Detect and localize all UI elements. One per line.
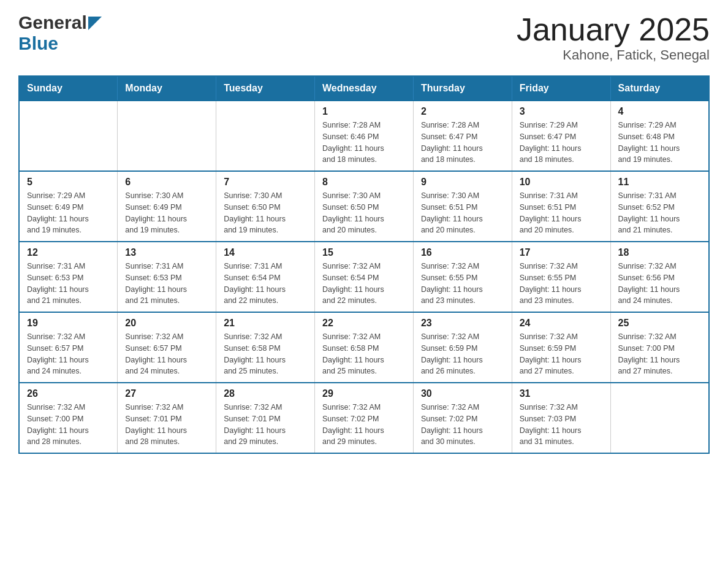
calendar-subtitle: Kahone, Fatick, Senegal bbox=[517, 47, 710, 63]
calendar-table: SundayMondayTuesdayWednesdayThursdayFrid… bbox=[18, 75, 710, 454]
day-info: Sunrise: 7:32 AM Sunset: 7:02 PM Dayligh… bbox=[421, 402, 504, 448]
calendar-cell bbox=[118, 101, 216, 171]
logo: General Blue bbox=[18, 12, 102, 54]
column-header-sunday: Sunday bbox=[19, 76, 118, 101]
day-number: 23 bbox=[421, 318, 504, 329]
calendar-header: SundayMondayTuesdayWednesdayThursdayFrid… bbox=[19, 76, 709, 101]
day-number: 30 bbox=[421, 388, 504, 399]
day-info: Sunrise: 7:31 AM Sunset: 6:52 PM Dayligh… bbox=[618, 190, 701, 236]
day-info: Sunrise: 7:28 AM Sunset: 6:47 PM Dayligh… bbox=[421, 120, 504, 166]
day-number: 5 bbox=[27, 177, 110, 188]
day-info: Sunrise: 7:29 AM Sunset: 6:49 PM Dayligh… bbox=[27, 190, 110, 236]
column-header-tuesday: Tuesday bbox=[216, 76, 315, 101]
calendar-cell: 3Sunrise: 7:29 AM Sunset: 6:47 PM Daylig… bbox=[512, 101, 610, 171]
calendar-cell bbox=[19, 101, 118, 171]
day-info: Sunrise: 7:32 AM Sunset: 7:03 PM Dayligh… bbox=[520, 402, 603, 448]
calendar-body: 1Sunrise: 7:28 AM Sunset: 6:46 PM Daylig… bbox=[19, 101, 709, 453]
calendar-cell: 21Sunrise: 7:32 AM Sunset: 6:58 PM Dayli… bbox=[216, 312, 315, 383]
day-info: Sunrise: 7:32 AM Sunset: 7:00 PM Dayligh… bbox=[618, 331, 701, 377]
column-header-wednesday: Wednesday bbox=[315, 76, 414, 101]
day-number: 14 bbox=[224, 247, 307, 258]
calendar-title: January 2025 bbox=[517, 12, 710, 47]
day-number: 25 bbox=[618, 318, 701, 329]
calendar-cell: 19Sunrise: 7:32 AM Sunset: 6:57 PM Dayli… bbox=[19, 312, 118, 383]
calendar-cell: 29Sunrise: 7:32 AM Sunset: 7:02 PM Dayli… bbox=[315, 383, 414, 453]
day-number: 26 bbox=[27, 388, 110, 399]
day-info: Sunrise: 7:31 AM Sunset: 6:53 PM Dayligh… bbox=[125, 261, 208, 307]
day-number: 20 bbox=[125, 318, 208, 329]
day-info: Sunrise: 7:32 AM Sunset: 6:55 PM Dayligh… bbox=[520, 261, 603, 307]
day-info: Sunrise: 7:29 AM Sunset: 6:48 PM Dayligh… bbox=[618, 120, 701, 166]
day-info: Sunrise: 7:31 AM Sunset: 6:54 PM Dayligh… bbox=[224, 261, 307, 307]
calendar-cell bbox=[610, 383, 709, 453]
day-info: Sunrise: 7:32 AM Sunset: 7:02 PM Dayligh… bbox=[322, 402, 406, 448]
calendar-week-row: 19Sunrise: 7:32 AM Sunset: 6:57 PM Dayli… bbox=[19, 312, 709, 383]
day-info: Sunrise: 7:31 AM Sunset: 6:53 PM Dayligh… bbox=[27, 261, 110, 307]
calendar-cell: 11Sunrise: 7:31 AM Sunset: 6:52 PM Dayli… bbox=[610, 171, 709, 242]
day-info: Sunrise: 7:30 AM Sunset: 6:51 PM Dayligh… bbox=[421, 190, 504, 236]
day-number: 28 bbox=[224, 388, 307, 399]
calendar-cell: 22Sunrise: 7:32 AM Sunset: 6:58 PM Dayli… bbox=[315, 312, 414, 383]
day-number: 18 bbox=[618, 247, 701, 258]
day-info: Sunrise: 7:28 AM Sunset: 6:46 PM Dayligh… bbox=[322, 120, 406, 166]
calendar-cell: 13Sunrise: 7:31 AM Sunset: 6:53 PM Dayli… bbox=[118, 242, 216, 312]
calendar-cell: 15Sunrise: 7:32 AM Sunset: 6:54 PM Dayli… bbox=[315, 242, 414, 312]
calendar-week-row: 12Sunrise: 7:31 AM Sunset: 6:53 PM Dayli… bbox=[19, 242, 709, 312]
day-info: Sunrise: 7:32 AM Sunset: 6:55 PM Dayligh… bbox=[421, 261, 504, 307]
calendar-cell: 20Sunrise: 7:32 AM Sunset: 6:57 PM Dayli… bbox=[118, 312, 216, 383]
day-number: 2 bbox=[421, 106, 504, 117]
day-info: Sunrise: 7:30 AM Sunset: 6:50 PM Dayligh… bbox=[322, 190, 406, 236]
day-number: 9 bbox=[421, 177, 504, 188]
column-header-monday: Monday bbox=[118, 76, 216, 101]
day-info: Sunrise: 7:30 AM Sunset: 6:49 PM Dayligh… bbox=[125, 190, 208, 236]
day-number: 3 bbox=[520, 106, 603, 117]
day-number: 11 bbox=[618, 177, 701, 188]
calendar-cell: 6Sunrise: 7:30 AM Sunset: 6:49 PM Daylig… bbox=[118, 171, 216, 242]
calendar-cell: 5Sunrise: 7:29 AM Sunset: 6:49 PM Daylig… bbox=[19, 171, 118, 242]
day-info: Sunrise: 7:31 AM Sunset: 6:51 PM Dayligh… bbox=[520, 190, 603, 236]
calendar-cell bbox=[216, 101, 315, 171]
calendar-cell: 28Sunrise: 7:32 AM Sunset: 7:01 PM Dayli… bbox=[216, 383, 315, 453]
calendar-cell: 4Sunrise: 7:29 AM Sunset: 6:48 PM Daylig… bbox=[610, 101, 709, 171]
column-header-saturday: Saturday bbox=[610, 76, 709, 101]
day-number: 16 bbox=[421, 247, 504, 258]
day-number: 17 bbox=[520, 247, 603, 258]
day-info: Sunrise: 7:32 AM Sunset: 6:57 PM Dayligh… bbox=[27, 331, 110, 377]
calendar-week-row: 1Sunrise: 7:28 AM Sunset: 6:46 PM Daylig… bbox=[19, 101, 709, 171]
calendar-cell: 17Sunrise: 7:32 AM Sunset: 6:55 PM Dayli… bbox=[512, 242, 610, 312]
calendar-cell: 23Sunrise: 7:32 AM Sunset: 6:59 PM Dayli… bbox=[413, 312, 512, 383]
column-header-friday: Friday bbox=[512, 76, 610, 101]
day-info: Sunrise: 7:32 AM Sunset: 6:57 PM Dayligh… bbox=[125, 331, 208, 377]
calendar-cell: 31Sunrise: 7:32 AM Sunset: 7:03 PM Dayli… bbox=[512, 383, 610, 453]
day-info: Sunrise: 7:32 AM Sunset: 6:58 PM Dayligh… bbox=[224, 331, 307, 377]
day-number: 7 bbox=[224, 177, 307, 188]
day-number: 22 bbox=[322, 318, 406, 329]
day-number: 27 bbox=[125, 388, 208, 399]
calendar-title-block: January 2025 Kahone, Fatick, Senegal bbox=[517, 12, 710, 63]
day-info: Sunrise: 7:32 AM Sunset: 6:59 PM Dayligh… bbox=[421, 331, 504, 377]
calendar-cell: 25Sunrise: 7:32 AM Sunset: 7:00 PM Dayli… bbox=[610, 312, 709, 383]
day-number: 6 bbox=[125, 177, 208, 188]
logo-arrow-icon bbox=[88, 17, 102, 30]
calendar-week-row: 5Sunrise: 7:29 AM Sunset: 6:49 PM Daylig… bbox=[19, 171, 709, 242]
calendar-cell: 30Sunrise: 7:32 AM Sunset: 7:02 PM Dayli… bbox=[413, 383, 512, 453]
calendar-cell: 2Sunrise: 7:28 AM Sunset: 6:47 PM Daylig… bbox=[413, 101, 512, 171]
calendar-cell: 27Sunrise: 7:32 AM Sunset: 7:01 PM Dayli… bbox=[118, 383, 216, 453]
calendar-cell: 12Sunrise: 7:31 AM Sunset: 6:53 PM Dayli… bbox=[19, 242, 118, 312]
logo-blue-text: Blue bbox=[18, 33, 58, 54]
day-number: 29 bbox=[322, 388, 406, 399]
day-info: Sunrise: 7:32 AM Sunset: 6:58 PM Dayligh… bbox=[322, 331, 406, 377]
day-number: 1 bbox=[322, 106, 406, 117]
calendar-cell: 7Sunrise: 7:30 AM Sunset: 6:50 PM Daylig… bbox=[216, 171, 315, 242]
column-header-thursday: Thursday bbox=[413, 76, 512, 101]
day-info: Sunrise: 7:32 AM Sunset: 6:59 PM Dayligh… bbox=[520, 331, 603, 377]
logo-general-text: General bbox=[18, 12, 87, 33]
day-number: 21 bbox=[224, 318, 307, 329]
day-number: 12 bbox=[27, 247, 110, 258]
day-info: Sunrise: 7:32 AM Sunset: 7:01 PM Dayligh… bbox=[224, 402, 307, 448]
day-number: 15 bbox=[322, 247, 406, 258]
calendar-cell: 24Sunrise: 7:32 AM Sunset: 6:59 PM Dayli… bbox=[512, 312, 610, 383]
day-info: Sunrise: 7:32 AM Sunset: 6:56 PM Dayligh… bbox=[618, 261, 701, 307]
calendar-cell: 1Sunrise: 7:28 AM Sunset: 6:46 PM Daylig… bbox=[315, 101, 414, 171]
calendar-week-row: 26Sunrise: 7:32 AM Sunset: 7:00 PM Dayli… bbox=[19, 383, 709, 453]
